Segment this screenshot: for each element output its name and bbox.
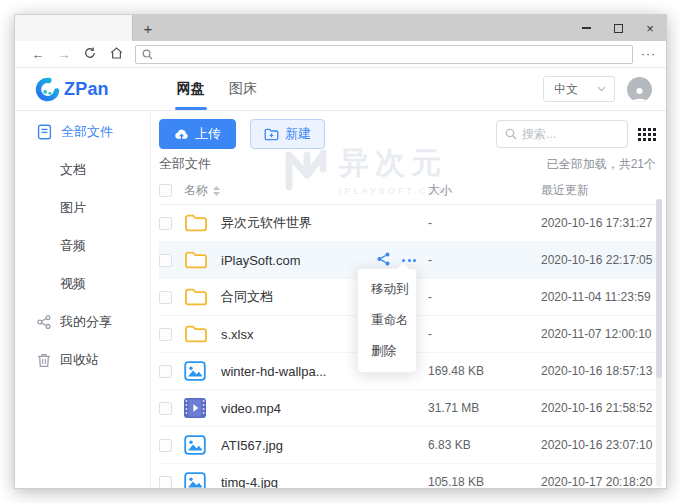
address-bar[interactable] xyxy=(135,45,633,64)
column-header-name[interactable]: 名称 xyxy=(184,182,208,199)
new-folder-button[interactable]: 新建 xyxy=(250,119,325,149)
new-tab-button[interactable]: + xyxy=(133,15,163,41)
folder-icon xyxy=(184,250,208,270)
sidebar-item-pictures[interactable]: 图片 xyxy=(15,189,150,227)
load-status: 已全部加载，共21个 xyxy=(547,156,656,173)
language-select[interactable]: 中文 xyxy=(543,76,615,102)
file-updated: 2020-10-16 18:57:13 xyxy=(541,364,656,378)
back-button[interactable]: ← xyxy=(25,47,51,62)
minimize-icon xyxy=(582,27,591,29)
more-actions-button[interactable] xyxy=(402,259,416,262)
upload-button-label: 上传 xyxy=(195,125,221,143)
trash-icon xyxy=(37,353,51,368)
sidebar-item-label: 全部文件 xyxy=(61,123,113,141)
file-name[interactable]: 异次元软件世界 xyxy=(221,214,312,232)
share-file-button[interactable] xyxy=(376,252,391,269)
file-size: 169.48 KB xyxy=(428,364,541,378)
row-checkbox[interactable] xyxy=(159,217,172,230)
sidebar-item-label: 我的分享 xyxy=(60,313,112,331)
share-icon xyxy=(37,315,51,329)
browser-tab-bar: + × xyxy=(15,15,666,41)
new-folder-icon xyxy=(264,128,279,141)
sidebar-item-label: 图片 xyxy=(60,199,86,217)
file-updated: 2020-10-16 23:07:10 xyxy=(541,438,656,452)
close-button[interactable]: × xyxy=(634,15,666,41)
search-icon xyxy=(505,128,517,140)
file-name[interactable]: 合同文档 xyxy=(221,288,273,306)
file-name[interactable]: video.mp4 xyxy=(221,401,281,416)
search-icon xyxy=(142,49,153,60)
image-file-icon xyxy=(184,472,206,488)
column-header-size[interactable]: 大小 xyxy=(428,182,541,199)
browser-nav-bar: ← → ··· xyxy=(15,41,666,68)
sort-icon[interactable] xyxy=(213,186,220,196)
row-checkbox[interactable] xyxy=(159,476,172,489)
row-checkbox[interactable] xyxy=(159,402,172,415)
file-icon xyxy=(37,124,52,140)
refresh-button[interactable] xyxy=(77,47,103,62)
search-input[interactable] xyxy=(522,127,612,141)
sidebar-item-video[interactable]: 视频 xyxy=(15,265,150,303)
chevron-down-icon xyxy=(597,86,606,92)
scrollbar-thumb[interactable] xyxy=(656,199,662,378)
row-checkbox[interactable] xyxy=(159,439,172,452)
upload-button[interactable]: 上传 xyxy=(159,119,236,149)
grid-view-button[interactable] xyxy=(638,128,656,141)
table-row[interactable]: ATI567.jpg6.83 KB2020-10-16 23:07:10 xyxy=(159,427,656,464)
app-header: ZPan 网盘 图床 中文 xyxy=(15,68,666,111)
maximize-icon xyxy=(614,24,623,33)
avatar[interactable] xyxy=(627,77,652,102)
file-size: - xyxy=(428,216,541,230)
file-size: 105.18 KB xyxy=(428,475,541,488)
tab-netdisk[interactable]: 网盘 xyxy=(165,68,217,110)
scrollbar[interactable] xyxy=(656,199,662,487)
browser-menu-button[interactable]: ··· xyxy=(641,47,656,61)
file-name[interactable]: timg-4.jpg xyxy=(221,475,278,489)
home-icon xyxy=(110,47,123,59)
table-row[interactable]: 异次元软件世界-2020-10-16 17:31:27 xyxy=(159,205,656,242)
file-updated: 2020-10-16 21:58:52 xyxy=(541,401,656,415)
tab-imagebed[interactable]: 图床 xyxy=(217,68,269,110)
file-updated: 2020-10-16 22:17:05 xyxy=(541,253,656,267)
menu-item-delete[interactable]: 删除 xyxy=(358,336,416,367)
browser-tab[interactable] xyxy=(15,15,133,41)
address-input[interactable] xyxy=(158,48,626,60)
maximize-button[interactable] xyxy=(602,15,634,41)
row-checkbox[interactable] xyxy=(159,291,172,304)
file-name[interactable]: ATI567.jpg xyxy=(221,438,283,453)
file-name[interactable]: s.xlsx xyxy=(221,327,254,342)
zpan-logo-icon xyxy=(35,77,60,102)
menu-item-rename[interactable]: 重命名 xyxy=(358,305,416,336)
tab-bar-spacer xyxy=(163,15,570,41)
row-checkbox[interactable] xyxy=(159,254,172,267)
minimize-button[interactable] xyxy=(570,15,602,41)
context-menu: 移动到 重命名 删除 xyxy=(357,268,417,373)
home-button[interactable] xyxy=(103,47,129,62)
select-all-checkbox[interactable] xyxy=(159,184,172,197)
menu-item-move[interactable]: 移动到 xyxy=(358,274,416,305)
row-checkbox[interactable] xyxy=(159,365,172,378)
sidebar-item-documents[interactable]: 文档 xyxy=(15,151,150,189)
table-row[interactable]: timg-4.jpg105.18 KB2020-10-17 20:18:20 xyxy=(159,464,656,488)
close-icon: × xyxy=(646,22,654,35)
column-header-updated[interactable]: 最近更新 xyxy=(541,182,656,199)
row-checkbox[interactable] xyxy=(159,328,172,341)
file-size: - xyxy=(428,290,541,304)
file-size: - xyxy=(428,253,541,267)
file-size: 6.83 KB xyxy=(428,438,541,452)
sidebar-item-label: 音频 xyxy=(60,237,86,255)
zpan-logo[interactable]: ZPan xyxy=(35,77,109,102)
file-name[interactable]: winter-hd-wallpa... xyxy=(221,364,327,379)
table-row[interactable]: video.mp431.71 MB2020-10-16 21:58:52 xyxy=(159,390,656,427)
forward-button[interactable]: → xyxy=(51,47,77,62)
sidebar-item-my-shares[interactable]: 我的分享 xyxy=(15,303,150,341)
search-box[interactable] xyxy=(496,120,628,148)
file-name[interactable]: iPlaySoft.com xyxy=(221,253,300,268)
file-updated: 2020-11-04 11:23:59 xyxy=(541,290,656,304)
sidebar-item-all-files[interactable]: 全部文件 xyxy=(15,113,150,151)
new-folder-button-label: 新建 xyxy=(285,125,311,143)
breadcrumb[interactable]: 全部文件 xyxy=(159,155,211,173)
sidebar-item-audio[interactable]: 音频 xyxy=(15,227,150,265)
refresh-icon xyxy=(84,47,96,59)
sidebar-item-recycle-bin[interactable]: 回收站 xyxy=(15,341,150,379)
